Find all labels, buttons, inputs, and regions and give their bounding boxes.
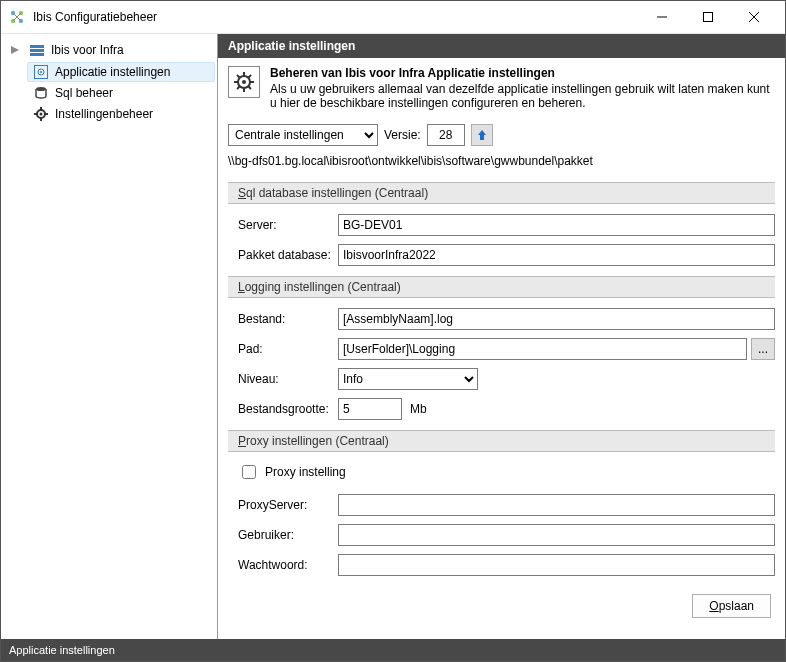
svg-line-30	[237, 75, 240, 78]
proxy-enable-checkbox[interactable]	[242, 465, 256, 479]
tree-root[interactable]: Ibis voor Infra	[3, 40, 215, 60]
log-pad-row: Pad: ...	[228, 338, 775, 360]
panel-header: Beheren van Ibis voor Infra Applicatie i…	[228, 66, 775, 110]
expand-icon[interactable]	[7, 42, 23, 58]
main-body: Beheren van Ibis voor Infra Applicatie i…	[218, 58, 785, 639]
gear-icon	[33, 106, 49, 122]
sql-db-input[interactable]	[338, 244, 775, 266]
minimize-button[interactable]	[639, 1, 685, 33]
settings-scope-combo[interactable]: Centrale instellingen	[228, 124, 378, 146]
sidebar-item-instellingen[interactable]: Instellingenbeheer	[27, 104, 215, 124]
svg-point-25	[242, 80, 246, 84]
save-button[interactable]: Opslaan	[692, 594, 771, 618]
log-size-unit: Mb	[410, 402, 427, 416]
log-bestand-row: Bestand:	[228, 308, 775, 330]
gear-box-icon	[33, 64, 49, 80]
log-niveau-label: Niveau:	[228, 372, 338, 386]
app-window: Ibis Configuratiebeheer Ibi	[0, 0, 786, 662]
panel-header-title: Beheren van Ibis voor Infra Applicatie i…	[270, 66, 775, 80]
sql-server-input[interactable]	[338, 214, 775, 236]
sql-section-header: Sql database instellingen (Centraal)	[228, 182, 775, 204]
log-pad-label: Pad:	[228, 342, 338, 356]
panel-header-text: Beheren van Ibis voor Infra Applicatie i…	[270, 66, 775, 110]
sidebar-item-label: Instellingenbeheer	[55, 107, 153, 121]
window-controls	[639, 1, 777, 33]
root-icon	[29, 42, 45, 58]
app-icon	[9, 9, 25, 25]
database-icon	[33, 85, 49, 101]
log-bestand-label: Bestand:	[228, 312, 338, 326]
sidebar-item-applicatie[interactable]: Applicatie instellingen	[27, 62, 215, 82]
save-button-rest: pslaan	[719, 599, 754, 613]
main-panel: Applicatie instellingen Beheren van Ibis…	[217, 34, 785, 639]
log-bestand-input[interactable]	[338, 308, 775, 330]
sidebar-item-sql[interactable]: Sql beheer	[27, 83, 215, 103]
content-area: Ibis voor Infra Applicatie instellingen …	[1, 33, 785, 639]
log-section-header: Logging instellingen (Centraal)	[228, 276, 775, 298]
versie-up-button[interactable]	[471, 124, 493, 146]
tree-root-label: Ibis voor Infra	[51, 43, 124, 57]
maximize-button[interactable]	[685, 1, 731, 33]
svg-rect-7	[704, 13, 713, 22]
panel-header-subtitle: Als u uw gebruikers allemaal van dezelfd…	[270, 82, 775, 110]
log-size-label: Bestandsgrootte:	[228, 402, 338, 416]
log-size-row: Bestandsgrootte: Mb	[228, 398, 775, 420]
svg-line-33	[237, 86, 240, 89]
proxy-pass-input[interactable]	[338, 554, 775, 576]
tree-children: Applicatie instellingen Sql beheer Inste…	[3, 62, 215, 124]
svg-marker-10	[11, 46, 19, 54]
proxy-pass-row: Wachtwoord:	[228, 554, 775, 576]
log-niveau-row: Niveau: Info	[228, 368, 775, 390]
svg-point-19	[40, 113, 43, 116]
proxy-user-input[interactable]	[338, 524, 775, 546]
proxy-user-label: Gebruiker:	[228, 528, 338, 542]
svg-line-32	[248, 75, 251, 78]
sql-server-label: Server:	[228, 218, 338, 232]
proxy-user-row: Gebruiker:	[228, 524, 775, 546]
svg-point-17	[36, 87, 46, 91]
sidebar-item-label: Sql beheer	[55, 86, 113, 100]
log-pad-input[interactable]	[338, 338, 747, 360]
proxy-pass-label: Wachtwoord:	[228, 558, 338, 572]
browse-button[interactable]: ...	[751, 338, 775, 360]
log-niveau-select[interactable]: Info	[338, 368, 478, 390]
button-row: Opslaan	[228, 584, 775, 622]
proxy-enable-row: Proxy instelling	[228, 462, 775, 482]
versie-input[interactable]	[427, 124, 465, 146]
proxy-enable-label: Proxy instelling	[265, 465, 346, 479]
sql-db-row: Pakket database:	[228, 244, 775, 266]
proxy-server-row: ProxyServer:	[228, 494, 775, 516]
versie-label: Versie:	[384, 128, 421, 142]
sidebar-item-label: Applicatie instellingen	[55, 65, 170, 79]
sql-db-label: Pakket database:	[228, 248, 338, 262]
svg-rect-11	[30, 45, 44, 48]
settings-scope-row: Centrale instellingen Versie:	[228, 124, 775, 146]
svg-line-31	[248, 86, 251, 89]
svg-rect-12	[30, 49, 44, 52]
svg-rect-13	[30, 53, 44, 56]
sql-server-row: Server:	[228, 214, 775, 236]
settings-path: \\bg-dfs01.bg.local\ibisroot\ontwikkel\i…	[228, 154, 775, 168]
window-title: Ibis Configuratiebeheer	[33, 10, 639, 24]
svg-point-16	[40, 71, 42, 73]
titlebar: Ibis Configuratiebeheer	[1, 1, 785, 33]
log-size-input[interactable]	[338, 398, 402, 420]
proxy-server-input[interactable]	[338, 494, 775, 516]
proxy-server-label: ProxyServer:	[228, 498, 338, 512]
sidebar-tree: Ibis voor Infra Applicatie instellingen …	[1, 34, 217, 639]
status-bar: Applicatie instellingen	[1, 639, 785, 661]
close-button[interactable]	[731, 1, 777, 33]
panel-header-icon	[228, 66, 260, 98]
panel-title-bar: Applicatie instellingen	[218, 34, 785, 58]
proxy-section-header: Proxy instellingen (Centraal)	[228, 430, 775, 452]
